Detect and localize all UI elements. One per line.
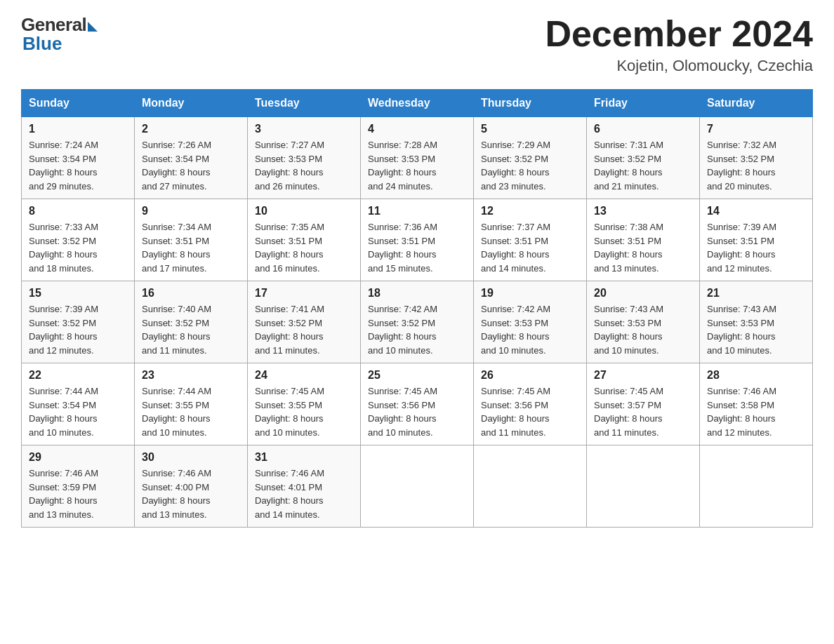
calendar-cell: 5Sunrise: 7:29 AMSunset: 3:52 PMDaylight… [474, 117, 587, 199]
calendar-cell: 10Sunrise: 7:35 AMSunset: 3:51 PMDayligh… [248, 199, 361, 281]
calendar-cell: 27Sunrise: 7:45 AMSunset: 3:57 PMDayligh… [587, 363, 700, 445]
calendar-cell: 31Sunrise: 7:46 AMSunset: 4:01 PMDayligh… [248, 445, 361, 528]
location-text: Kojetin, Olomoucky, Czechia [545, 57, 813, 75]
day-number: 29 [29, 451, 127, 464]
month-title: December 2024 [545, 14, 813, 54]
day-info: Sunrise: 7:45 AMSunset: 3:56 PMDaylight:… [481, 384, 579, 439]
day-info: Sunrise: 7:39 AMSunset: 3:51 PMDaylight:… [707, 220, 805, 275]
calendar-cell: 14Sunrise: 7:39 AMSunset: 3:51 PMDayligh… [700, 199, 813, 281]
day-info: Sunrise: 7:31 AMSunset: 3:52 PMDaylight:… [594, 138, 692, 193]
week-row-5: 29Sunrise: 7:46 AMSunset: 3:59 PMDayligh… [22, 445, 813, 528]
day-number: 21 [707, 287, 805, 300]
calendar-cell: 19Sunrise: 7:42 AMSunset: 3:53 PMDayligh… [474, 281, 587, 363]
day-number: 1 [29, 123, 127, 135]
calendar-cell: 7Sunrise: 7:32 AMSunset: 3:52 PMDaylight… [700, 117, 813, 199]
calendar-cell: 3Sunrise: 7:27 AMSunset: 3:53 PMDaylight… [248, 117, 361, 199]
calendar-cell: 13Sunrise: 7:38 AMSunset: 3:51 PMDayligh… [587, 199, 700, 281]
calendar-cell [474, 445, 587, 528]
day-info: Sunrise: 7:24 AMSunset: 3:54 PMDaylight:… [29, 138, 127, 193]
calendar-cell: 29Sunrise: 7:46 AMSunset: 3:59 PMDayligh… [22, 445, 135, 528]
day-info: Sunrise: 7:43 AMSunset: 3:53 PMDaylight:… [594, 302, 692, 357]
day-info: Sunrise: 7:41 AMSunset: 3:52 PMDaylight:… [255, 302, 353, 357]
calendar-cell: 25Sunrise: 7:45 AMSunset: 3:56 PMDayligh… [361, 363, 474, 445]
day-number: 23 [142, 369, 240, 382]
day-info: Sunrise: 7:32 AMSunset: 3:52 PMDaylight:… [707, 138, 805, 193]
day-number: 15 [29, 287, 127, 300]
day-info: Sunrise: 7:39 AMSunset: 3:52 PMDaylight:… [29, 302, 127, 357]
day-info: Sunrise: 7:45 AMSunset: 3:57 PMDaylight:… [594, 384, 692, 439]
calendar-cell: 4Sunrise: 7:28 AMSunset: 3:53 PMDaylight… [361, 117, 474, 199]
logo-blue-text: Blue [22, 33, 62, 55]
day-number: 25 [368, 369, 466, 382]
calendar-cell: 1Sunrise: 7:24 AMSunset: 3:54 PMDaylight… [22, 117, 135, 199]
day-number: 12 [481, 205, 579, 217]
calendar-cell: 2Sunrise: 7:26 AMSunset: 3:54 PMDaylight… [135, 117, 248, 199]
day-number: 8 [29, 205, 127, 217]
day-info: Sunrise: 7:42 AMSunset: 3:52 PMDaylight:… [368, 302, 466, 357]
weekday-header-sunday: Sunday [22, 90, 135, 117]
calendar-cell: 23Sunrise: 7:44 AMSunset: 3:55 PMDayligh… [135, 363, 248, 445]
day-info: Sunrise: 7:26 AMSunset: 3:54 PMDaylight:… [142, 138, 240, 193]
calendar-cell [700, 445, 813, 528]
week-row-1: 1Sunrise: 7:24 AMSunset: 3:54 PMDaylight… [22, 117, 813, 199]
day-number: 16 [142, 287, 240, 300]
calendar-cell: 9Sunrise: 7:34 AMSunset: 3:51 PMDaylight… [135, 199, 248, 281]
calendar-cell: 15Sunrise: 7:39 AMSunset: 3:52 PMDayligh… [22, 281, 135, 363]
logo: General Blue [21, 14, 98, 55]
weekday-header-friday: Friday [587, 90, 700, 117]
week-row-4: 22Sunrise: 7:44 AMSunset: 3:54 PMDayligh… [22, 363, 813, 445]
day-info: Sunrise: 7:40 AMSunset: 3:52 PMDaylight:… [142, 302, 240, 357]
title-section: December 2024 Kojetin, Olomoucky, Czechi… [545, 14, 813, 75]
day-info: Sunrise: 7:46 AMSunset: 3:58 PMDaylight:… [707, 384, 805, 439]
day-info: Sunrise: 7:45 AMSunset: 3:55 PMDaylight:… [255, 384, 353, 439]
weekday-header-monday: Monday [135, 90, 248, 117]
calendar-cell [587, 445, 700, 528]
day-number: 20 [594, 287, 692, 300]
day-number: 27 [594, 369, 692, 382]
weekday-header-wednesday: Wednesday [361, 90, 474, 117]
calendar-cell [361, 445, 474, 528]
day-number: 18 [368, 287, 466, 300]
day-info: Sunrise: 7:44 AMSunset: 3:54 PMDaylight:… [29, 384, 127, 439]
page-header: General Blue December 2024 Kojetin, Olom… [21, 14, 813, 75]
day-number: 3 [255, 123, 353, 135]
calendar-cell: 26Sunrise: 7:45 AMSunset: 3:56 PMDayligh… [474, 363, 587, 445]
day-number: 24 [255, 369, 353, 382]
day-info: Sunrise: 7:36 AMSunset: 3:51 PMDaylight:… [368, 220, 466, 275]
calendar-cell: 8Sunrise: 7:33 AMSunset: 3:52 PMDaylight… [22, 199, 135, 281]
day-info: Sunrise: 7:46 AMSunset: 4:01 PMDaylight:… [255, 467, 353, 521]
day-info: Sunrise: 7:46 AMSunset: 3:59 PMDaylight:… [29, 467, 127, 521]
day-number: 17 [255, 287, 353, 300]
day-info: Sunrise: 7:29 AMSunset: 3:52 PMDaylight:… [481, 138, 579, 193]
day-number: 26 [481, 369, 579, 382]
day-info: Sunrise: 7:44 AMSunset: 3:55 PMDaylight:… [142, 384, 240, 439]
calendar-cell: 22Sunrise: 7:44 AMSunset: 3:54 PMDayligh… [22, 363, 135, 445]
calendar-cell: 11Sunrise: 7:36 AMSunset: 3:51 PMDayligh… [361, 199, 474, 281]
day-number: 6 [594, 123, 692, 135]
day-info: Sunrise: 7:35 AMSunset: 3:51 PMDaylight:… [255, 220, 353, 275]
day-number: 28 [707, 369, 805, 382]
day-number: 11 [368, 205, 466, 217]
calendar-table: SundayMondayTuesdayWednesdayThursdayFrid… [21, 89, 813, 528]
day-number: 10 [255, 205, 353, 217]
day-number: 19 [481, 287, 579, 300]
day-number: 14 [707, 205, 805, 217]
calendar-cell: 24Sunrise: 7:45 AMSunset: 3:55 PMDayligh… [248, 363, 361, 445]
day-number: 31 [255, 451, 353, 464]
day-info: Sunrise: 7:37 AMSunset: 3:51 PMDaylight:… [481, 220, 579, 275]
calendar-cell: 12Sunrise: 7:37 AMSunset: 3:51 PMDayligh… [474, 199, 587, 281]
week-row-3: 15Sunrise: 7:39 AMSunset: 3:52 PMDayligh… [22, 281, 813, 363]
day-info: Sunrise: 7:33 AMSunset: 3:52 PMDaylight:… [29, 220, 127, 275]
day-number: 2 [142, 123, 240, 135]
calendar-cell: 16Sunrise: 7:40 AMSunset: 3:52 PMDayligh… [135, 281, 248, 363]
day-number: 5 [481, 123, 579, 135]
day-number: 30 [142, 451, 240, 464]
day-info: Sunrise: 7:45 AMSunset: 3:56 PMDaylight:… [368, 384, 466, 439]
weekday-header-thursday: Thursday [474, 90, 587, 117]
day-number: 13 [594, 205, 692, 217]
weekday-header-tuesday: Tuesday [248, 90, 361, 117]
day-info: Sunrise: 7:27 AMSunset: 3:53 PMDaylight:… [255, 138, 353, 193]
day-info: Sunrise: 7:43 AMSunset: 3:53 PMDaylight:… [707, 302, 805, 357]
calendar-cell: 18Sunrise: 7:42 AMSunset: 3:52 PMDayligh… [361, 281, 474, 363]
day-number: 4 [368, 123, 466, 135]
